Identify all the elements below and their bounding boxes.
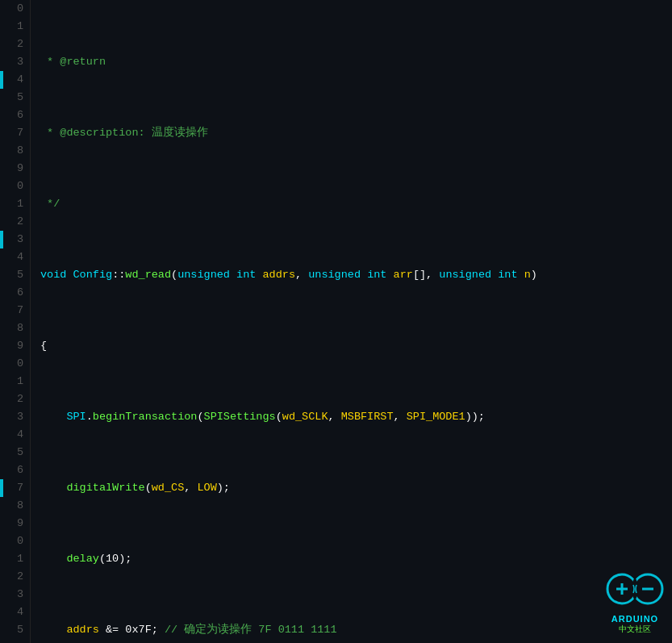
code-line-0: * @return xyxy=(40,53,672,71)
code-line-2: */ xyxy=(40,195,672,213)
arduino-logo-text: ARDUINO xyxy=(611,614,658,624)
code-line-7: delay(10); xyxy=(40,550,672,568)
code-line-8: addrs &= 0x7F; // 确定为读操作 7F 0111 1111 xyxy=(40,621,672,639)
ln-7: 7 xyxy=(6,124,23,142)
arduino-logo-subtext: 中文社区 xyxy=(619,624,651,635)
code-line-1: * @description: 温度读操作 xyxy=(40,124,672,142)
code-line-3: void Config::wd_read(unsigned int addrs,… xyxy=(40,266,672,284)
ln-35: 5 xyxy=(6,621,23,639)
ln-12: 2 xyxy=(6,213,23,231)
ln-29: 9 xyxy=(6,515,23,532)
ln-20: 0 xyxy=(6,355,23,373)
ln-9: 9 xyxy=(6,160,23,177)
arduino-logo-area: ARDUINO 中文社区 xyxy=(606,566,664,635)
line-indicator-15 xyxy=(0,231,3,248)
ln-10: 0 xyxy=(6,177,23,195)
ln-16: 6 xyxy=(6,284,23,302)
ln-15: 5 xyxy=(6,266,23,284)
ln-6: 6 xyxy=(6,106,23,124)
ln-33: 3 xyxy=(6,586,23,603)
ln-19: 9 xyxy=(6,337,23,355)
code-line-4: { xyxy=(40,337,672,355)
ln-14: 4 xyxy=(6,248,23,266)
ln-25: 5 xyxy=(6,444,23,461)
ln-0: 0 xyxy=(6,0,23,18)
code-area: 0 1 2 3 4 5 6 7 8 9 0 1 2 3 4 5 6 7 8 9 … xyxy=(0,0,672,643)
arduino-logo-svg xyxy=(606,566,664,612)
ln-31: 1 xyxy=(6,550,23,568)
ln-11: 1 xyxy=(6,195,23,213)
ln-4: 4 xyxy=(6,71,23,89)
ln-28: 8 xyxy=(6,497,23,515)
ln-32: 2 xyxy=(6,568,23,586)
ln-1: 1 xyxy=(6,18,23,35)
ln-30: 0 xyxy=(6,532,23,550)
ln-2: 2 xyxy=(6,35,23,53)
code-line-6: digitalWrite(wd_CS, LOW); xyxy=(40,479,672,497)
ln-34: 4 xyxy=(6,603,23,621)
ln-26: 6 xyxy=(6,461,23,479)
code-content[interactable]: * @return * @description: 温度读操作 */ void … xyxy=(31,0,672,643)
code-editor: 0 1 2 3 4 5 6 7 8 9 0 1 2 3 4 5 6 7 8 9 … xyxy=(0,0,672,643)
ln-5: 5 xyxy=(6,89,23,106)
ln-21: 1 xyxy=(6,373,23,390)
line-indicator-25 xyxy=(0,479,3,497)
ln-13: 3 xyxy=(6,231,23,248)
ln-24: 4 xyxy=(6,426,23,444)
ln-8: 8 xyxy=(6,142,23,160)
ln-18: 8 xyxy=(6,319,23,337)
line-indicator-5 xyxy=(0,71,3,89)
line-numbers: 0 1 2 3 4 5 6 7 8 9 0 1 2 3 4 5 6 7 8 9 … xyxy=(0,0,31,643)
ln-27: 7 xyxy=(6,479,23,497)
ln-22: 2 xyxy=(6,390,23,408)
ln-17: 7 xyxy=(6,302,23,319)
code-line-5: SPI.beginTransaction(SPISettings(wd_SCLK… xyxy=(40,408,672,426)
ln-3: 3 xyxy=(6,53,23,71)
ln-23: 3 xyxy=(6,408,23,426)
